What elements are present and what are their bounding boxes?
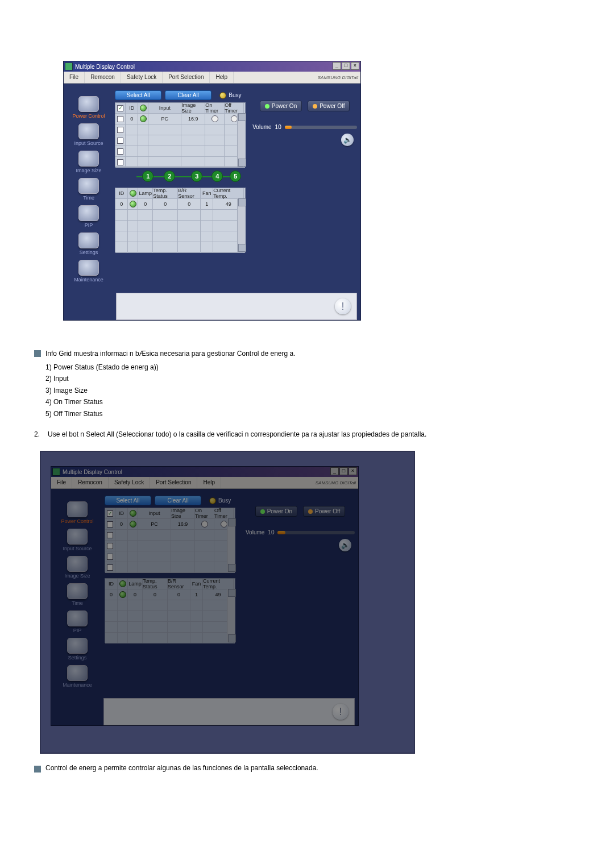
row-checkbox[interactable] bbox=[117, 159, 123, 165]
callout-1: 1 bbox=[142, 171, 154, 182]
select-all-button[interactable]: Select All bbox=[115, 90, 161, 100]
power-off-button[interactable]: Power Off bbox=[308, 101, 350, 111]
maximize-button[interactable]: □ bbox=[339, 467, 348, 475]
right-panel: Power On Power Off Volume 10 🔈 bbox=[249, 84, 360, 288]
info-grid[interactable]: ✓ ID Input Image Size On Timer Off Timer… bbox=[115, 102, 246, 167]
callout-4: 4 bbox=[211, 171, 223, 182]
list-item: 1) Power Status (Estado de energ a)) bbox=[45, 362, 580, 373]
grid-scrollbar[interactable] bbox=[237, 198, 246, 252]
window-title: Multiple Display Control bbox=[75, 64, 135, 70]
sidebar-item-settings[interactable]: Settings bbox=[66, 230, 111, 258]
window-controls: _ □ × bbox=[333, 62, 359, 70]
screenshot-darkened: Multiple Display Control _ □ × File Remo… bbox=[40, 451, 415, 754]
para2-text: Use el bot n Select All (Seleccionar tod… bbox=[48, 429, 426, 440]
power-on-dot-icon bbox=[265, 104, 269, 109]
power-led-icon bbox=[130, 201, 136, 207]
power-off-dot-icon bbox=[313, 104, 317, 109]
alert-icon: ! bbox=[335, 298, 351, 314]
main-area: Select All Clear All Busy ✓ ID Input Ima… bbox=[114, 84, 249, 288]
table-row[interactable] bbox=[115, 146, 245, 157]
sidebar-item-input-source[interactable]: Input Source bbox=[66, 121, 111, 148]
maintenance-icon bbox=[78, 260, 99, 276]
table-row[interactable] bbox=[115, 231, 245, 242]
menu-remocon[interactable]: Remocon bbox=[85, 72, 121, 83]
power-control-icon bbox=[78, 96, 99, 112]
power-led-icon bbox=[140, 115, 147, 122]
menu-safety-lock[interactable]: Safety Lock bbox=[121, 72, 163, 83]
settings-icon bbox=[78, 232, 99, 248]
sidebar-item-maintenance[interactable]: Maintenance bbox=[66, 258, 111, 285]
table-row[interactable] bbox=[115, 135, 245, 146]
maximize-button[interactable]: □ bbox=[342, 62, 350, 70]
row-checkbox[interactable] bbox=[117, 148, 123, 155]
menubar: File Remocon Safety Lock Port Selection … bbox=[64, 72, 360, 84]
row-checkbox[interactable] bbox=[117, 138, 123, 144]
volume-row: Volume 10 bbox=[252, 124, 357, 130]
info-text-1: Info Grid muestra informaci n bÆsica nec… bbox=[45, 348, 296, 359]
close-button[interactable]: × bbox=[351, 62, 359, 70]
status-strip: ! bbox=[116, 293, 357, 320]
callout-5: 5 bbox=[230, 171, 241, 182]
clear-all-button[interactable]: Clear All bbox=[165, 90, 211, 100]
list-item: 3) Image Size bbox=[45, 385, 580, 397]
table-row[interactable] bbox=[115, 221, 245, 231]
list-item: 4) On Timer Status bbox=[45, 396, 580, 408]
sidebar-item-pip[interactable]: PIP bbox=[66, 203, 111, 230]
power-led-icon bbox=[140, 105, 147, 111]
table-row[interactable] bbox=[115, 210, 245, 221]
menu-file[interactable]: File bbox=[64, 72, 85, 83]
callout-2: 2 bbox=[164, 171, 175, 182]
status-grid[interactable]: ID Lamp Temp. Status B/R Sensor Fan Curr… bbox=[115, 188, 246, 252]
app-window: Multiple Display Control _ □ × File Remo… bbox=[64, 61, 360, 320]
sidebar-item-time[interactable]: Time bbox=[66, 176, 111, 203]
list-item: 2) Input bbox=[45, 373, 580, 385]
grid-scrollbar[interactable] bbox=[237, 113, 246, 167]
menu-help[interactable]: Help bbox=[210, 72, 234, 83]
square-bullet-icon bbox=[34, 350, 41, 357]
app-icon bbox=[65, 63, 73, 70]
table-row[interactable] bbox=[115, 242, 245, 253]
table-row[interactable] bbox=[115, 124, 245, 135]
app-icon bbox=[52, 468, 60, 476]
close-button[interactable]: × bbox=[349, 467, 357, 475]
sidebar: Power Control Input Source Image Size Ti… bbox=[64, 84, 114, 288]
callout-row: 1 2 3 4 5 bbox=[115, 171, 244, 183]
minimize-button[interactable]: _ bbox=[330, 467, 339, 475]
table-row[interactable]: 0 0 0 0 1 49 bbox=[115, 199, 245, 210]
volume-slider[interactable] bbox=[285, 126, 357, 129]
para2-num: 2. bbox=[34, 429, 44, 440]
table-row[interactable]: 0 PC 16:9 bbox=[115, 114, 245, 124]
pip-icon bbox=[78, 205, 99, 221]
callout-3: 3 bbox=[191, 171, 202, 182]
toolbar: Select All Clear All Busy bbox=[115, 90, 246, 100]
final-text: Control de energ a permite controlar alg… bbox=[45, 764, 318, 773]
minimize-button[interactable]: _ bbox=[333, 62, 341, 70]
grid-header: ID Lamp Temp. Status B/R Sensor Fan Curr… bbox=[115, 188, 245, 199]
row-checkbox[interactable] bbox=[117, 116, 123, 122]
off-timer-radio[interactable] bbox=[231, 115, 238, 122]
on-timer-radio[interactable] bbox=[211, 115, 218, 122]
table-row[interactable] bbox=[115, 157, 245, 168]
sidebar-item-power-control[interactable]: Power Control bbox=[66, 94, 111, 121]
volume-value: 10 bbox=[275, 124, 281, 130]
header-checkbox[interactable]: ✓ bbox=[117, 105, 123, 111]
image-size-icon bbox=[78, 151, 99, 167]
brand-logo: SAMSUNG DIGITall bbox=[318, 75, 358, 80]
input-source-icon bbox=[78, 123, 99, 139]
grid-header: ✓ ID Input Image Size On Timer Off Timer bbox=[115, 103, 245, 114]
row-checkbox[interactable] bbox=[117, 127, 123, 133]
titlebar[interactable]: Multiple Display Control _ □ × bbox=[64, 61, 360, 72]
time-icon bbox=[78, 178, 99, 194]
power-led-icon bbox=[130, 190, 136, 197]
volume-label: Volume bbox=[252, 124, 271, 130]
busy-indicator: Busy bbox=[219, 92, 241, 99]
power-on-button[interactable]: Power On bbox=[260, 101, 302, 111]
list-item: 5) Off Timer Status bbox=[45, 408, 580, 420]
menu-port-selection[interactable]: Port Selection bbox=[163, 72, 210, 83]
info-sublist: 1) Power Status (Estado de energ a)) 2) … bbox=[45, 362, 580, 420]
speaker-icon[interactable]: 🔈 bbox=[341, 134, 354, 146]
square-bullet-icon bbox=[34, 766, 41, 773]
sidebar-item-image-size[interactable]: Image Size bbox=[66, 148, 111, 176]
busy-dot-icon bbox=[219, 92, 226, 99]
